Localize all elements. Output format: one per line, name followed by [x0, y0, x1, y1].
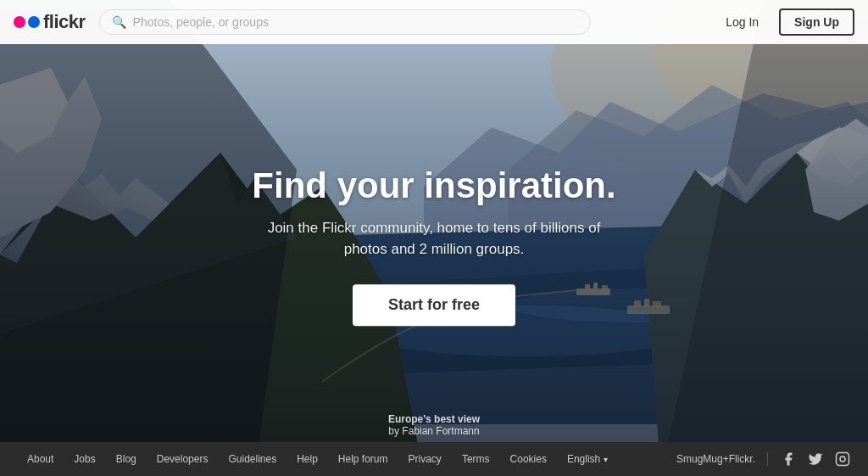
photo-credit-author: by Fabian Fortmann	[388, 425, 480, 437]
search-icon: 🔍	[112, 15, 126, 29]
twitter-icon[interactable]	[807, 451, 824, 468]
signup-button[interactable]: Sign Up	[779, 8, 854, 36]
svg-rect-29	[837, 453, 849, 466]
hero-section: Find your inspiration. Join the Flickr c…	[0, 0, 868, 476]
dot-pink	[14, 16, 25, 28]
chevron-down-icon: ▾	[604, 455, 608, 464]
logo[interactable]: flickr	[14, 11, 86, 33]
search-input[interactable]	[133, 15, 578, 29]
dot-blue	[28, 16, 40, 28]
footer-link-guidelines[interactable]: Guidelines	[218, 453, 287, 465]
flickr-wordmark: flickr	[43, 11, 86, 33]
footer-divider	[767, 452, 768, 466]
photo-credit-title: Europe's best view	[388, 413, 480, 425]
footer-link-privacy[interactable]: Privacy	[398, 453, 452, 465]
header: flickr 🔍 Log In Sign Up	[0, 0, 868, 44]
language-label: English	[567, 453, 600, 465]
footer-link-terms[interactable]: Terms	[452, 453, 500, 465]
footer-link-developers[interactable]: Developers	[147, 453, 219, 465]
footer-right: SmugMug+Flickr.	[676, 451, 851, 468]
footer-link-cookies[interactable]: Cookies	[500, 453, 557, 465]
instagram-icon[interactable]	[834, 451, 851, 468]
search-bar[interactable]: 🔍	[99, 9, 591, 35]
hero-content: Find your inspiration. Join the Flickr c…	[248, 166, 620, 326]
footer-link-blog[interactable]: Blog	[106, 453, 147, 465]
footer-link-about[interactable]: About	[17, 453, 64, 465]
flickr-dots	[14, 16, 40, 28]
smugmug-link[interactable]: SmugMug+Flickr.	[676, 453, 755, 465]
start-free-button[interactable]: Start for free	[353, 284, 515, 326]
login-button[interactable]: Log In	[715, 10, 769, 34]
hero-subtitle: Join the Flickr community, home to tens …	[248, 217, 620, 260]
header-actions: Log In Sign Up	[715, 8, 854, 36]
svg-point-30	[840, 456, 845, 462]
footer-link-help-forum[interactable]: Help forum	[328, 453, 398, 465]
language-selector[interactable]: English ▾	[557, 453, 618, 465]
footer-link-jobs[interactable]: Jobs	[64, 453, 105, 465]
footer: About Jobs Blog Developers Guidelines He…	[0, 442, 868, 476]
facebook-icon[interactable]	[780, 451, 797, 468]
photo-credit: Europe's best view by Fabian Fortmann	[388, 413, 480, 437]
hero-title: Find your inspiration.	[248, 166, 620, 205]
footer-link-help[interactable]: Help	[287, 453, 328, 465]
